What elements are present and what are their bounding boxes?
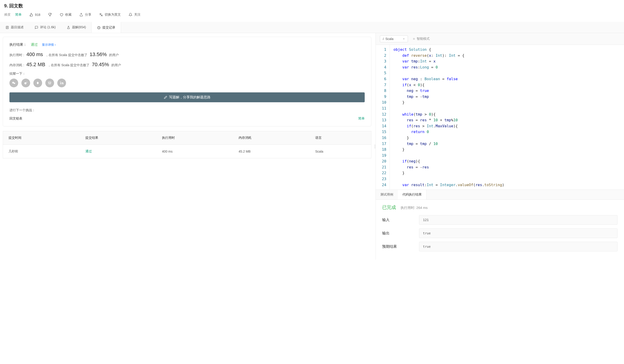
share-icon xyxy=(79,13,83,17)
favorite-button[interactable]: 收藏 xyxy=(60,13,72,17)
table-header-row: 提交时间 提交结果 执行用时 内存消耗 语言 xyxy=(3,131,371,145)
result-tab-bar: 测试用例 代码执行结果 xyxy=(376,190,624,200)
svg-point-3 xyxy=(14,83,15,84)
output-value: true xyxy=(419,228,618,238)
show-detail-link[interactable]: 显示详情 › xyxy=(42,43,56,47)
run-time: 执行用时: 264 ms xyxy=(401,206,428,210)
language-select[interactable]: i Scala xyxy=(380,35,408,42)
tab-testcase[interactable]: 测试用例 xyxy=(376,190,398,200)
svg-point-2 xyxy=(12,82,14,84)
document-icon xyxy=(5,26,9,29)
dislike-button[interactable] xyxy=(48,13,52,17)
translate-icon xyxy=(99,13,103,17)
weibo-share-icon[interactable] xyxy=(21,79,30,87)
svg-point-5 xyxy=(37,82,39,84)
chevron-down-icon xyxy=(403,38,405,40)
flask-icon xyxy=(67,26,70,29)
left-pane: 执行结果： 通过 显示详情 › 执行用时 : 400 ms ，在所有 Scala… xyxy=(0,33,374,260)
expected-value: true xyxy=(419,242,618,251)
svg-point-8 xyxy=(60,81,61,82)
tab-comments[interactable]: 评论 (1.6k) xyxy=(29,22,61,33)
run-result-panel: 已完成 执行用时: 264 ms 输入 121 输出 true 预期结果 tru… xyxy=(376,200,624,260)
follow-button[interactable]: 关注 xyxy=(129,13,141,17)
line-gutter: 123456789101112131415161718192021222324 xyxy=(376,45,390,190)
pencil-icon xyxy=(164,96,167,99)
clock-icon xyxy=(97,26,101,29)
write-solution-button[interactable]: 写题解，分享我的解题思路 xyxy=(9,92,365,102)
tab-description[interactable]: 题目描述 xyxy=(0,22,29,33)
thumbs-down-icon xyxy=(48,13,52,17)
result-label: 执行结果： xyxy=(9,43,27,47)
expected-label: 预期结果 xyxy=(382,244,419,249)
difficulty: 难度 简单 xyxy=(4,13,22,17)
heart-icon xyxy=(60,13,63,17)
input-value: 121 xyxy=(419,215,618,225)
wechat-share-icon[interactable] xyxy=(9,79,18,87)
code-content[interactable]: object Solution { def reverse(x: Int): I… xyxy=(390,45,624,190)
run-status: 已完成 xyxy=(382,204,396,210)
svg-rect-6 xyxy=(49,82,51,83)
like-button[interactable]: 918 xyxy=(29,13,40,17)
share-button[interactable]: 分享 xyxy=(79,13,91,17)
table-row[interactable]: 几秒前 通过 400 ms 45.2 MB Scala xyxy=(3,145,371,158)
douban-share-icon[interactable] xyxy=(45,79,54,87)
bell-icon xyxy=(129,13,132,17)
next-problem-link[interactable]: 回文链表 xyxy=(9,116,22,121)
input-label: 输入 xyxy=(382,218,419,223)
code-editor[interactable]: 123456789101112131415161718192021222324 … xyxy=(376,45,624,190)
share-label: 炫耀一下： xyxy=(9,72,365,76)
linkedin-share-icon[interactable] xyxy=(57,79,66,87)
switch-lang-button[interactable]: 切换为英文 xyxy=(99,13,121,17)
svg-point-4 xyxy=(24,82,26,84)
tab-bar: 题目描述 评论 (1.6k) 题解(654) 提交记录 xyxy=(0,22,624,33)
runtime-stat: 执行用时 : 400 ms ，在所有 Scala 提交中击败了 13.56% 的… xyxy=(9,51,365,57)
tab-run-result[interactable]: 代码执行结果 xyxy=(398,190,427,200)
result-card: 执行结果： 通过 显示详情 › 执行用时 : 400 ms ，在所有 Scala… xyxy=(3,37,371,126)
submissions-table: 提交时间 提交结果 执行用时 内存消耗 语言 几秒前 通过 400 ms 45.… xyxy=(3,131,371,158)
next-problem-difficulty: 简单 xyxy=(358,116,365,121)
smart-mode-toggle[interactable]: 智能模式 xyxy=(413,37,430,41)
tab-submissions[interactable]: 提交记录 xyxy=(91,22,121,33)
right-pane: i Scala 智能模式 123456789101112131415161718… xyxy=(375,33,624,260)
result-status: 通过 xyxy=(31,43,38,47)
next-challenge-label: 进行下一个挑战： xyxy=(9,108,365,112)
problem-title: 9. 回文数 xyxy=(4,3,620,9)
tab-solutions[interactable]: 题解(654) xyxy=(61,22,92,33)
problem-header: 9. 回文数 难度 简单 918 收藏 xyxy=(0,0,624,18)
memory-stat: 内存消耗 : 45.2 MB ，在所有 Scala 提交中击败了 70.45% … xyxy=(9,62,365,68)
thumbs-up-icon xyxy=(29,13,33,17)
output-label: 输出 xyxy=(382,231,419,236)
qq-share-icon[interactable] xyxy=(33,79,42,87)
svg-rect-7 xyxy=(60,83,61,84)
dot-icon xyxy=(413,38,415,40)
comment-icon xyxy=(35,26,38,29)
